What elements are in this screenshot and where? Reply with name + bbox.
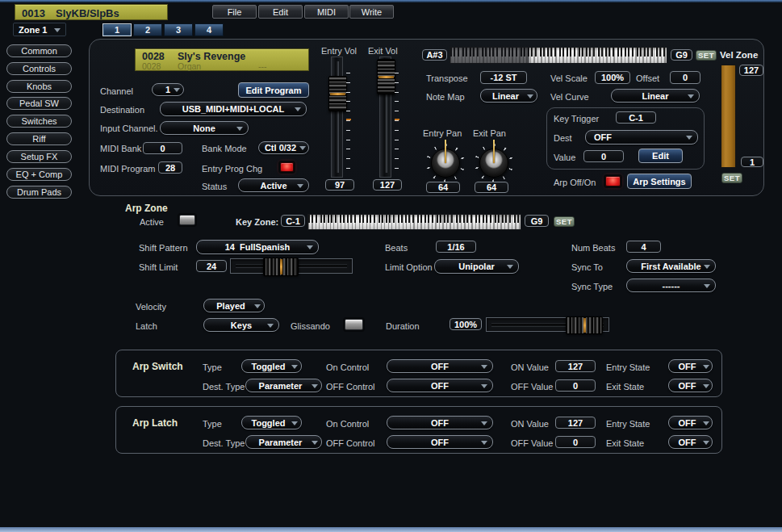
sidebar-item-controls[interactable]: Controls [6, 62, 72, 75]
chevron-down-icon [703, 421, 709, 425]
vel-zone-bar[interactable] [721, 65, 736, 168]
key-trigger-value-field[interactable]: 0 [583, 150, 624, 162]
arp-latch-dest-type-select[interactable]: Parameter [245, 435, 322, 449]
latch-select[interactable]: Keys [203, 318, 279, 332]
tab-zone-1[interactable]: 1 [102, 23, 132, 36]
sidebar-item-pedal-sw[interactable]: Pedal SW [6, 97, 72, 110]
duration-slider-handle[interactable] [566, 316, 603, 334]
beats-field[interactable]: 1/16 [436, 241, 476, 253]
exit-vol-value[interactable]: 127 [373, 179, 402, 191]
entry-pan-value[interactable]: 64 [426, 182, 460, 193]
arp-latch-off-control-label: OFF Control [326, 438, 375, 448]
arp-latch-entry-state-select[interactable]: OFF [668, 416, 713, 429]
shift-limit-field[interactable]: 24 [196, 260, 227, 272]
sidebar-item-knobs[interactable]: Knobs [6, 80, 72, 93]
tab-zone-4[interactable]: 4 [194, 23, 224, 36]
arp-onoff-led[interactable] [605, 176, 621, 186]
midi-bank-field[interactable]: 0 [143, 142, 182, 154]
program-sub-number: 0028 [142, 61, 161, 71]
arp-key-zone-low-note[interactable]: C-1 [281, 215, 305, 227]
patch-title-display[interactable]: 0013 SlyKB/SlpBs [15, 4, 168, 20]
midi-menu-button[interactable]: MIDI [304, 5, 349, 19]
status-select[interactable]: Active [238, 178, 309, 192]
entry-vol-slider-handle[interactable] [328, 76, 347, 111]
entry-pan-knob[interactable] [426, 144, 465, 182]
arp-key-zone-set-button[interactable]: SET [554, 216, 575, 227]
arp-switch-off-control-select[interactable]: OFF [387, 379, 493, 392]
zone-selector[interactable]: Zone 1 [13, 23, 66, 36]
duration-field[interactable]: 100% [450, 318, 482, 330]
exit-vol-slider-handle[interactable] [377, 59, 395, 94]
sync-type-select[interactable]: ------ [626, 279, 716, 292]
sidebar-item-switches[interactable]: Switches [6, 115, 72, 128]
shift-pattern-select[interactable]: 14 FullSpanish [196, 240, 319, 254]
arp-key-zone-high-note[interactable]: G9 [525, 215, 549, 227]
arp-switch-exit-state-select[interactable]: OFF [668, 379, 713, 392]
arp-latch-off-control-select[interactable]: OFF [387, 435, 493, 449]
key-trigger-dest-select[interactable]: OFF [585, 130, 698, 145]
offset-label: Offset [636, 73, 659, 83]
arp-switch-dest-type-select[interactable]: Parameter [245, 379, 322, 392]
note-map-select[interactable]: Linear [480, 89, 537, 103]
bank-mode-select[interactable]: Ctl 0/32 [258, 141, 309, 154]
arp-latch-off-value-field[interactable]: 0 [555, 436, 596, 448]
sidebar-item-drum-pads[interactable]: Drum Pads [6, 186, 72, 199]
channel-select[interactable]: 1 [152, 83, 184, 96]
offset-field[interactable]: 0 [670, 71, 700, 84]
entry-vol-value[interactable]: 97 [325, 179, 354, 191]
midi-program-field[interactable]: 28 [158, 161, 182, 174]
tab-zone-3[interactable]: 3 [164, 23, 193, 36]
vel-zone-high-value[interactable]: 127 [739, 65, 763, 76]
vel-curve-select[interactable]: Linear [611, 89, 700, 103]
arp-latch-exit-state-select[interactable]: OFF [668, 435, 713, 449]
exit-vol-slider[interactable] [379, 57, 391, 178]
arp-key-zone-keyboard[interactable] [307, 214, 521, 230]
vel-scale-field[interactable]: 100% [595, 71, 630, 84]
glissando-toggle[interactable] [345, 319, 363, 330]
arp-switch-off-value-field[interactable]: 0 [555, 379, 596, 392]
key-zone-keyboard[interactable] [450, 47, 667, 64]
destination-select[interactable]: USB_MIDI+MIDI+LOCAL [160, 102, 307, 116]
key-trigger-edit-button[interactable]: Edit [638, 149, 683, 163]
input-channel-select[interactable]: None [160, 121, 249, 135]
file-menu-button[interactable]: File [212, 5, 257, 19]
sidebar-item-riff[interactable]: Riff [6, 132, 72, 145]
arp-latch-type-select[interactable]: Toggled [241, 416, 302, 429]
exit-pan-knob[interactable] [475, 144, 513, 182]
arp-latch-on-value-field[interactable]: 127 [555, 417, 596, 429]
arp-switch-on-control-select[interactable]: OFF [387, 359, 493, 373]
arp-settings-button[interactable]: Arp Settings [627, 174, 692, 189]
write-menu-button[interactable]: Write [349, 5, 394, 19]
sidebar-item-eq-comp[interactable]: EQ + Comp [6, 168, 72, 181]
exit-pan-value[interactable]: 64 [475, 182, 508, 193]
shift-limit-slider[interactable] [230, 258, 353, 274]
limit-option-select[interactable]: Unipolar [434, 259, 519, 274]
transpose-field[interactable]: -12 ST [480, 71, 527, 84]
arp-latch-on-control-select[interactable]: OFF [387, 416, 493, 429]
vel-zone-low-value[interactable]: 1 [741, 157, 763, 167]
key-zone-low-note[interactable]: A#3 [422, 49, 447, 61]
num-beats-field[interactable]: 4 [626, 241, 661, 253]
entry-prog-chg-led[interactable] [280, 162, 294, 172]
key-trigger-field[interactable]: C-1 [616, 111, 656, 124]
key-zone-set-button[interactable]: SET [696, 50, 717, 61]
arp-zone-active-toggle[interactable] [179, 215, 195, 225]
arp-switch-type-select[interactable]: Toggled [241, 359, 302, 373]
sidebar-item-common[interactable]: Common [6, 44, 72, 57]
edit-menu-button[interactable]: Edit [258, 5, 303, 19]
key-zone-high-note[interactable]: G9 [671, 49, 692, 61]
sync-to-select[interactable]: First Available [626, 259, 716, 273]
edit-program-button[interactable]: Edit Program [238, 82, 309, 98]
tab-zone-2[interactable]: 2 [133, 23, 162, 36]
shift-limit-slider-handle[interactable] [263, 258, 299, 276]
arp-switch-on-value-field[interactable]: 127 [555, 360, 596, 372]
window-bottom-edge [0, 527, 782, 532]
sidebar-item-setup-fx[interactable]: Setup FX [6, 150, 72, 163]
arp-switch-entry-state-select[interactable]: OFF [668, 359, 713, 373]
vel-zone-set-button[interactable]: SET [721, 173, 742, 183]
program-display[interactable]: 0028 Sly's Revenge 0028 Organ --- [135, 48, 309, 71]
velocity-select[interactable]: Played [203, 299, 265, 312]
chevron-down-icon [703, 441, 709, 445]
duration-slider[interactable] [486, 317, 609, 332]
entry-vol-slider[interactable] [331, 57, 343, 178]
